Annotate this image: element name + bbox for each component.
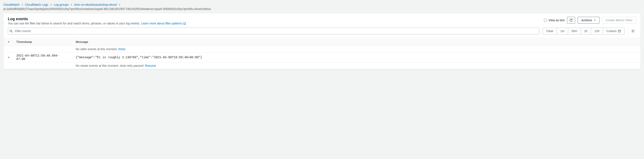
expand-all-toggle[interactable]	[8, 41, 10, 43]
actions-button[interactable]: Actions	[578, 17, 600, 24]
time-12h-button[interactable]: 12h	[591, 28, 603, 34]
time-30m-button[interactable]: 30m	[568, 28, 581, 34]
table-row[interactable]: 2021-04-08T11:50:40.604-07:00 {"message"…	[4, 52, 640, 62]
breadcrumb-link-cloudwatch[interactable]: CloudWatch	[4, 3, 20, 6]
refresh-button[interactable]	[567, 17, 575, 24]
refresh-icon	[570, 19, 573, 22]
time-custom-button[interactable]: Custom	[603, 28, 624, 34]
column-timestamp[interactable]: Timestamp	[12, 38, 72, 46]
breadcrumb-current: pi-/jokbdf64kj891f7iaaot3qo9q/jobs/00000…	[4, 7, 640, 11]
no-newer-events-row: No newer events at this moment. Auto ret…	[4, 62, 640, 69]
page-description: You can use the filter bar below to sear…	[8, 22, 544, 25]
view-as-text-label: View as text	[548, 19, 564, 22]
view-as-text-input[interactable]	[544, 19, 547, 22]
breadcrumb-link-log-groups[interactable]: Log groups	[54, 3, 69, 6]
filter-events-input[interactable]	[8, 28, 539, 34]
breadcrumb-link-cloudwatch-logs[interactable]: CloudWatch Logs	[25, 3, 48, 6]
breadcrumb: CloudWatch CloudWatch Logs Log groups /e…	[4, 3, 640, 6]
settings-button[interactable]	[630, 28, 636, 34]
svg-point-2	[632, 31, 634, 32]
cell-message: {"message":"Pi is roughly 3.138760","tim…	[72, 52, 640, 62]
time-1h-button[interactable]: 1h	[581, 28, 591, 34]
column-message[interactable]: Message	[72, 38, 640, 46]
breadcrumb-link-log-group-name[interactable]: /emr-on-eks/eksworkshop-eksctl	[74, 3, 117, 6]
svg-point-0	[10, 30, 12, 32]
svg-rect-1	[618, 30, 621, 32]
external-link-icon	[183, 22, 186, 25]
retry-link[interactable]: Retry	[118, 47, 126, 51]
chevron-right-icon	[70, 4, 72, 6]
log-events-table: Timestamp Message No older events at thi…	[4, 38, 640, 69]
expand-row-toggle[interactable]	[8, 56, 10, 58]
caret-down-icon	[594, 19, 596, 21]
resume-link[interactable]: Resume	[145, 64, 156, 67]
view-as-text-checkbox[interactable]: View as text	[544, 19, 564, 22]
gear-icon	[631, 29, 635, 33]
create-metric-filter-button[interactable]: Create Metric Filter	[602, 17, 636, 24]
time-range-group: Clear 1m 30m 1h 12h Custom	[543, 28, 624, 34]
learn-more-link[interactable]: Learn more about filter patterns	[141, 22, 186, 25]
time-1m-button[interactable]: 1m	[557, 28, 568, 34]
time-clear-button[interactable]: Clear	[543, 28, 557, 34]
page-title: Log events	[8, 17, 544, 21]
no-older-events-row: No older events at this moment. Retry	[4, 46, 640, 52]
cell-timestamp: 2021-04-08T11:50:40.604-07:00	[12, 52, 72, 62]
chevron-right-icon	[21, 4, 23, 6]
chevron-right-icon	[50, 4, 52, 6]
chevron-right-icon	[118, 4, 120, 6]
calendar-icon	[618, 30, 621, 33]
search-icon	[10, 30, 12, 33]
log-events-panel: Log events You can use the filter bar be…	[4, 13, 640, 69]
